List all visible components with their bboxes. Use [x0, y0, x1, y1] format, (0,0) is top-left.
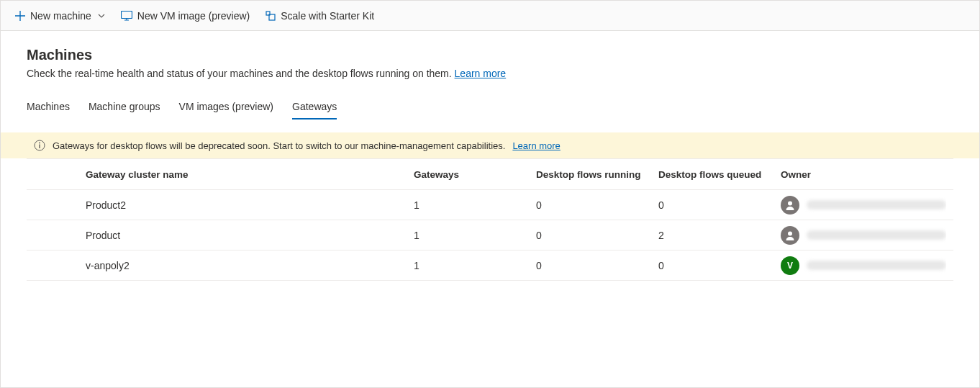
tab-machines[interactable]: Machines — [27, 95, 70, 119]
subtitle-text: Check the real-time health and status of… — [27, 68, 452, 79]
cell-running: 0 — [536, 230, 658, 241]
new-vm-image-button[interactable]: New VM image (preview) — [114, 6, 257, 26]
avatar-initial: V — [781, 256, 799, 275]
cell-name: Product2 — [86, 199, 414, 211]
cell-gateways: 1 — [414, 199, 536, 211]
new-machine-button[interactable]: New machine — [8, 6, 112, 26]
gateways-table: Gateway cluster name Gateways Desktop fl… — [27, 158, 953, 281]
tab-list: Machines Machine groups VM images (previ… — [27, 95, 953, 119]
info-icon — [34, 140, 45, 151]
tab-gateways[interactable]: Gateways — [292, 95, 337, 119]
banner-learn-more-link[interactable]: Learn more — [512, 140, 560, 151]
svg-rect-5 — [39, 145, 40, 149]
learn-more-link[interactable]: Learn more — [455, 68, 507, 79]
table-row[interactable]: Product102 — [27, 220, 953, 251]
page-title: Machines — [27, 47, 953, 63]
col-gateways[interactable]: Gateways — [414, 169, 536, 180]
new-vm-label: New VM image (preview) — [137, 10, 250, 22]
col-running[interactable]: Desktop flows running — [536, 169, 658, 180]
cell-owner — [781, 196, 946, 215]
cell-gateways: 1 — [414, 260, 536, 271]
table-row[interactable]: v-anpoly2100V — [27, 251, 953, 281]
col-owner[interactable]: Owner — [781, 169, 946, 180]
col-name[interactable]: Gateway cluster name — [86, 169, 414, 180]
table-row[interactable]: Product2100 — [27, 190, 953, 220]
svg-point-7 — [788, 231, 792, 235]
cell-running: 0 — [536, 260, 658, 271]
scale-kit-label: Scale with Starter Kit — [281, 10, 374, 22]
cell-running: 0 — [536, 199, 658, 211]
page-subtitle: Check the real-time health and status of… — [27, 68, 953, 79]
cell-name: Product — [86, 230, 414, 241]
plus-icon — [15, 11, 25, 21]
svg-point-6 — [788, 201, 792, 205]
new-machine-label: New machine — [30, 10, 91, 22]
vm-icon — [121, 11, 132, 21]
col-queued[interactable]: Desktop flows queued — [658, 169, 781, 180]
scale-starter-kit-button[interactable]: Scale with Starter Kit — [258, 6, 381, 26]
tab-machine-groups[interactable]: Machine groups — [89, 95, 160, 119]
cell-queued: 0 — [658, 260, 781, 271]
svg-rect-0 — [121, 11, 132, 18]
owner-name-redacted — [807, 230, 946, 240]
cell-owner: V — [781, 256, 946, 275]
cell-queued: 2 — [658, 230, 781, 241]
avatar-person-icon — [781, 226, 799, 245]
table-header: Gateway cluster name Gateways Desktop fl… — [27, 158, 953, 190]
cell-name: v-anpoly2 — [86, 260, 414, 271]
cell-owner — [781, 226, 946, 245]
cell-gateways: 1 — [414, 230, 536, 241]
tab-vm-images[interactable]: VM images (preview) — [179, 95, 273, 119]
main-content: Machines Check the real-time health and … — [1, 31, 979, 281]
svg-point-4 — [39, 143, 40, 144]
cell-queued: 0 — [658, 199, 781, 211]
command-bar: New machine New VM image (preview) Scale… — [1, 1, 979, 31]
avatar-person-icon — [781, 196, 799, 215]
deprecation-banner: Gateways for desktop flows will be depre… — [1, 132, 979, 158]
banner-text: Gateways for desktop flows will be depre… — [53, 140, 505, 151]
chevron-down-icon — [98, 12, 105, 19]
owner-name-redacted — [807, 261, 946, 270]
scale-icon — [266, 11, 276, 21]
owner-name-redacted — [807, 200, 946, 209]
